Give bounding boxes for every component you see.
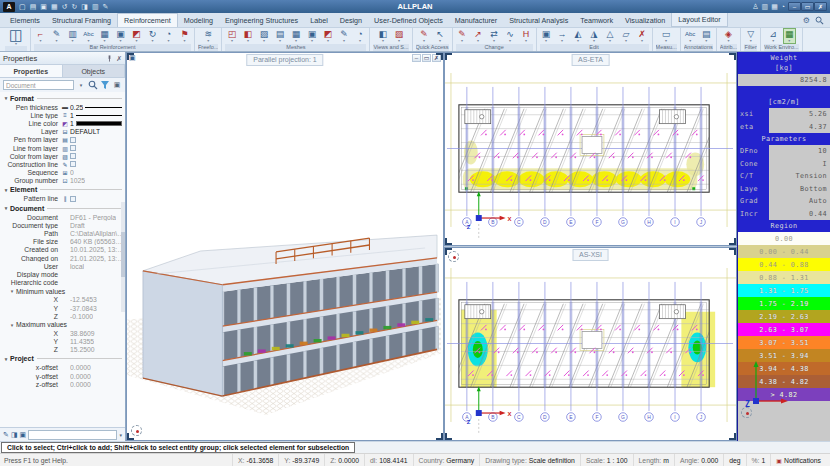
search-icon[interactable] [815, 16, 824, 25]
plot-icon[interactable]: ▦ [51, 2, 58, 12]
bar-flag-icon[interactable]: ⚑▾ [178, 29, 191, 43]
menu-tab-label[interactable]: Label [304, 14, 334, 27]
menu-tab-design[interactable]: Design [334, 14, 368, 27]
bar-label-icon[interactable]: Abc▾ [82, 29, 95, 43]
pick-tool-icon[interactable]: ↖▾ [434, 29, 447, 43]
attributes-icon[interactable]: ◈▾ [722, 29, 735, 43]
menu-tab-elements[interactable]: Elements [4, 14, 46, 27]
mesh-cut-icon[interactable]: ▨▾ [257, 29, 270, 43]
subsection-minimum-values[interactable]: ▾Minimum values [0, 287, 125, 296]
open-file-icon[interactable]: ▤ [30, 2, 37, 12]
tools-icon[interactable]: ✎ [103, 2, 109, 12]
close-panel-icon[interactable]: ✗ [116, 54, 122, 63]
mesh-grid-icon[interactable]: ▦▾ [289, 29, 302, 43]
checkbox[interactable] [70, 161, 76, 167]
dropdown-arrow-icon[interactable]: ▾ [119, 432, 122, 438]
section-view-icon[interactable]: ◧▾ [377, 29, 390, 43]
menu-tab-reinforcement[interactable]: Reinforcement [117, 13, 178, 27]
history-icon[interactable]: ◔ [781, 2, 785, 12]
undo-icon[interactable]: ↺ [62, 2, 68, 12]
coordinate-icon[interactable]: ⊿▾ [767, 29, 780, 43]
restore-button[interactable]: ▭ [801, 2, 814, 11]
minimize-button[interactable]: – [788, 2, 801, 11]
checkbox[interactable] [70, 137, 76, 143]
menu-tab-engineering-structures[interactable]: Engineering Structures [219, 14, 304, 27]
menu-tab-modeling[interactable]: Modeling [178, 14, 219, 27]
viewport-restore-button[interactable]: ▭ [422, 54, 431, 62]
height-icon[interactable]: H▾ [520, 29, 533, 43]
shop-icon[interactable]: ▦ [771, 2, 778, 12]
mesh-schema-icon[interactable]: ◩▾ [321, 29, 334, 43]
menu-tab-manufacturer[interactable]: Manufacturer [449, 14, 503, 27]
mesh-table-icon[interactable]: ▤▾ [273, 29, 286, 43]
measure-icon[interactable]: ▭▾ [660, 29, 673, 43]
viewport-as-xsi[interactable]: AS-XSI ABCDEFGHIJXZ [444, 247, 737, 441]
surface-icon[interactable]: ▨▾ [393, 29, 406, 43]
property-filter-input[interactable] [3, 80, 74, 90]
menu-tab-structural-analysis[interactable]: Structural Analysis [503, 14, 574, 27]
dropdown-arrow-icon[interactable]: ▾ [76, 80, 86, 90]
stretch-icon[interactable]: ↗▾ [472, 29, 485, 43]
viewport-title-tab[interactable]: Parallel projection: 1 [246, 54, 323, 66]
notifications-icon[interactable]: ▣ [776, 457, 782, 464]
mesh-fill-icon[interactable]: ◧▾ [241, 29, 254, 43]
mesh-edit-icon[interactable]: ✎▾ [337, 29, 350, 43]
text-abc-icon[interactable]: Abc▾ [684, 29, 697, 43]
viewport-parallel-projection[interactable]: ▣ Parallel projection: 1 – ▭ ✗ [126, 52, 444, 441]
paste-icon[interactable]: ▥ [92, 2, 99, 12]
tab-objects[interactable]: Objects [63, 65, 126, 77]
transfer-properties-icon[interactable]: ◨ [11, 431, 18, 439]
viewport-title-tab[interactable]: AS-ETA [571, 54, 610, 66]
tab-properties[interactable]: Properties [0, 65, 63, 77]
checkbox[interactable] [70, 153, 76, 159]
convert-icon[interactable]: ⇄▾ [488, 29, 501, 43]
bar-schema-icon[interactable]: ▦▾ [98, 29, 111, 43]
color-swatch[interactable] [76, 121, 122, 126]
mesh-history-icon[interactable]: ◔▾ [353, 29, 366, 43]
select-all-icon[interactable]: ▣ [112, 80, 122, 90]
viewport-as-eta[interactable]: AS-ETA ABCDEFGHIJXZ [444, 52, 737, 246]
properties-favorite-combo[interactable] [28, 430, 117, 440]
properties-scrollbar[interactable] [121, 202, 125, 312]
wall-window-icon[interactable]: ◫▾ [5, 28, 27, 46]
filter-funnel-icon[interactable]: ▽▾ [744, 29, 757, 43]
active-viewport-icon[interactable]: ▦▾ [783, 28, 796, 44]
menu-tab-layout-editor[interactable]: Layout Editor [671, 12, 727, 27]
search-icon[interactable] [88, 80, 98, 90]
apply-properties-icon[interactable]: ▣ [20, 431, 27, 439]
subsection-maximum-values[interactable]: ▾Maximum values [0, 320, 125, 329]
redo-icon[interactable]: ↻ [71, 2, 77, 12]
rotate-icon[interactable]: △▾ [604, 29, 617, 43]
mirror-copy-icon[interactable]: ◭▾ [572, 29, 585, 43]
copy-bars-icon[interactable]: ▣▾ [114, 29, 127, 43]
navigation-compass-icon[interactable] [741, 407, 752, 418]
bar-shape-icon[interactable]: ◩▾ [130, 29, 143, 43]
delete-icon[interactable]: ✗▾ [636, 29, 649, 43]
new-document-icon[interactable]: ▢ [19, 2, 26, 12]
user-account-icon[interactable]: ♙ [752, 2, 758, 12]
section-header-element[interactable]: ▾Element [0, 185, 125, 195]
place-bar-icon[interactable]: ⌐▾ [34, 29, 47, 43]
section-header-format[interactable]: ▾Format [0, 93, 125, 103]
menu-tab-visualization[interactable]: Visualization [619, 14, 671, 27]
allplan-logo[interactable]: A [3, 2, 15, 12]
bar-history-icon[interactable]: ◔▾ [162, 29, 175, 43]
section-header-document[interactable]: ▾Document [0, 203, 125, 213]
checkbox[interactable] [70, 145, 76, 151]
move-element-icon[interactable]: →▾ [556, 29, 569, 43]
freeform-mesh-icon[interactable]: ≋▾ [202, 29, 215, 43]
mesh-copy-icon[interactable]: ▣▾ [305, 29, 318, 43]
save-icon[interactable]: ▣ [40, 2, 47, 12]
settings-gear-icon[interactable]: ⚙ [803, 16, 810, 25]
section-header-project[interactable]: ▾Project [0, 354, 125, 364]
mirror-icon[interactable]: ◮▾ [588, 29, 601, 43]
viewport-title-tab[interactable]: AS-XSI [572, 249, 609, 261]
scrollbar-thumb[interactable] [121, 232, 125, 277]
sketch-icon[interactable]: ✎▾ [418, 29, 431, 43]
resize-icon[interactable]: ▱▾ [620, 29, 633, 43]
checkbox[interactable] [70, 196, 76, 202]
note-icon[interactable]: ▤▾ [700, 29, 713, 43]
filter-funnel-icon[interactable] [100, 80, 110, 90]
menu-tab-teamwork[interactable]: Teamwork [574, 14, 619, 27]
copy-element-icon[interactable]: ▣▾ [540, 29, 553, 43]
